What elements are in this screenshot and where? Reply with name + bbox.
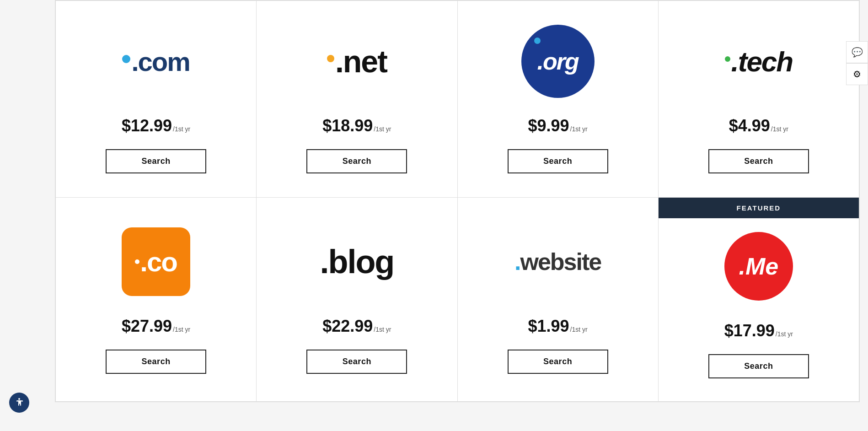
domain-card-com: .com $12.99 /1st yr Search: [56, 1, 257, 198]
org-price-main: $9.99: [528, 116, 569, 135]
accessibility-icon: [14, 397, 25, 408]
me-price-area: $17.99 /1st yr: [724, 321, 793, 340]
website-price-area: $1.99 /1st yr: [528, 317, 588, 336]
net-logo-area: .net: [311, 20, 402, 102]
domain-card-tech: .tech $4.99 /1st yr Search: [659, 1, 859, 198]
website-logo: .website: [514, 248, 601, 275]
featured-banner: FEATURED: [659, 198, 859, 218]
net-price-period: /1st yr: [374, 125, 391, 133]
org-logo-area: .org: [512, 20, 604, 102]
domain-card-co: .co $27.99 /1st yr Search: [56, 198, 257, 402]
me-logo-area: .Me: [713, 225, 804, 307]
me-logo: .Me: [724, 232, 793, 301]
accessibility-button[interactable]: [9, 393, 29, 413]
org-price-area: $9.99 /1st yr: [528, 116, 588, 135]
tech-price-main: $4.99: [729, 116, 770, 135]
blog-price-main: $22.99: [322, 317, 373, 336]
co-price-main: $27.99: [122, 317, 172, 336]
co-text: .co: [140, 246, 177, 278]
net-dot: [327, 55, 334, 62]
me-price-period: /1st yr: [776, 330, 793, 338]
domain-grid: .com $12.99 /1st yr Search .net $18.99 /…: [55, 0, 859, 402]
org-logo: .org: [521, 25, 595, 98]
domain-card-org: .org $9.99 /1st yr Search: [458, 1, 659, 198]
me-text: .Me: [739, 253, 779, 280]
org-text: .org: [537, 48, 579, 75]
website-price-main: $1.99: [528, 317, 569, 336]
com-logo-area: .com: [110, 20, 202, 102]
svg-point-0: [18, 398, 20, 400]
blog-logo-area: .blog: [311, 221, 402, 303]
net-price-main: $18.99: [322, 116, 373, 135]
me-price-main: $17.99: [724, 321, 775, 340]
chat-icon: 💬: [852, 47, 863, 58]
tech-price-period: /1st yr: [771, 125, 788, 133]
org-search-button[interactable]: Search: [508, 149, 608, 173]
com-search-button[interactable]: Search: [106, 149, 206, 173]
co-logo-area: .co: [110, 221, 202, 303]
sidebar-widget: 💬 ⚙: [846, 41, 868, 85]
blog-text: .blog: [320, 243, 394, 280]
domain-card-net: .net $18.99 /1st yr Search: [257, 1, 457, 198]
net-price-area: $18.99 /1st yr: [322, 116, 391, 135]
blog-search-button[interactable]: Search: [306, 350, 407, 374]
org-dot: [534, 38, 541, 44]
main-container: .com $12.99 /1st yr Search .net $18.99 /…: [55, 0, 860, 402]
com-price-main: $12.99: [122, 116, 172, 135]
tech-logo: .tech: [725, 45, 793, 78]
tech-text: .tech: [731, 45, 793, 78]
blog-price-period: /1st yr: [374, 326, 391, 333]
chat-button[interactable]: 💬: [846, 41, 868, 63]
domain-card-me: FEATURED .Me $17.99 /1st yr Search: [659, 198, 859, 402]
co-price-period: /1st yr: [173, 326, 190, 333]
blog-logo: .blog: [320, 243, 394, 280]
co-dot: [135, 259, 139, 264]
co-inner: .co: [135, 246, 177, 278]
com-price-area: $12.99 /1st yr: [122, 116, 190, 135]
settings-icon: ⚙: [853, 69, 861, 80]
co-search-button[interactable]: Search: [106, 350, 206, 374]
net-text: .net: [335, 43, 387, 79]
website-logo-area: .website: [512, 221, 604, 303]
tech-price-area: $4.99 /1st yr: [729, 116, 788, 135]
com-price-period: /1st yr: [173, 125, 190, 133]
com-logo: .com: [122, 46, 189, 77]
tech-search-button[interactable]: Search: [708, 149, 809, 173]
settings-button[interactable]: ⚙: [846, 63, 868, 85]
me-search-button[interactable]: Search: [708, 354, 809, 378]
com-dot: [122, 55, 130, 63]
org-price-period: /1st yr: [570, 125, 588, 133]
website-search-button[interactable]: Search: [508, 350, 608, 374]
com-text: .com: [131, 46, 189, 77]
tech-logo-area: .tech: [713, 20, 804, 102]
website-dot: .: [514, 248, 520, 275]
website-text: website: [520, 248, 601, 275]
net-search-button[interactable]: Search: [306, 149, 407, 173]
co-logo: .co: [122, 227, 190, 296]
domain-card-website: .website $1.99 /1st yr Search: [458, 198, 659, 402]
blog-price-area: $22.99 /1st yr: [322, 317, 391, 336]
net-logo: .net: [327, 43, 387, 79]
website-price-period: /1st yr: [570, 326, 588, 333]
domain-card-blog: .blog $22.99 /1st yr Search: [257, 198, 457, 402]
tech-dot: [725, 56, 730, 62]
co-price-area: $27.99 /1st yr: [122, 317, 190, 336]
